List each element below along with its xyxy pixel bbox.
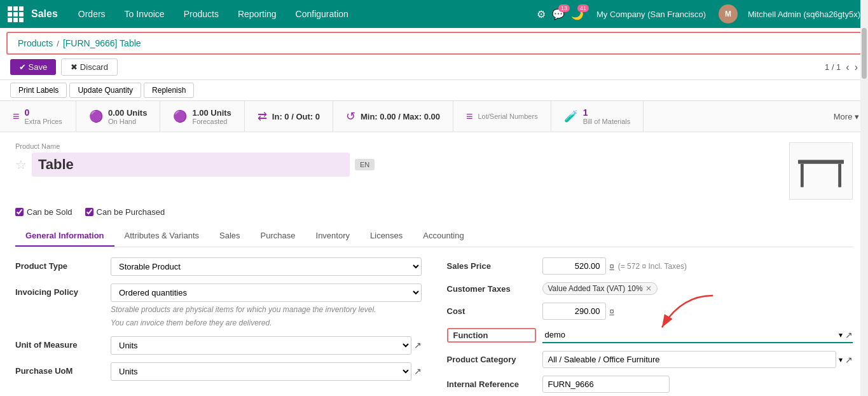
settings-icon[interactable]: ⚙ xyxy=(537,8,546,20)
forecasted-value: 1.00 Units xyxy=(192,108,231,118)
checkbox-row: Can be Sold Can be Purchased xyxy=(15,207,853,217)
breadcrumb-parent[interactable]: Products xyxy=(18,38,53,48)
bom-label: Bill of Materials xyxy=(583,118,631,125)
stat-in-out[interactable]: ⇄ In: 0 / Out: 0 xyxy=(245,101,333,132)
unit-of-measure-row: Unit of Measure Units ↗ xyxy=(15,336,422,355)
purchase-uom-ext-link[interactable]: ↗ xyxy=(414,366,422,376)
unit-of-measure-label: Unit of Measure xyxy=(15,336,104,350)
scroll-thumb[interactable] xyxy=(862,28,867,79)
tab-attributes[interactable]: Attributes & Variants xyxy=(114,226,210,247)
breadcrumb: Products / [FURN_9666] Table xyxy=(6,32,862,55)
product-type-row: Product Type Storable Product Consumable… xyxy=(15,257,422,276)
stat-lot-serial[interactable]: ≡ Lot/Serial Numbers xyxy=(453,101,551,132)
update-quantity-button[interactable]: Update Quantity xyxy=(69,83,141,98)
language-badge[interactable]: EN xyxy=(355,159,375,170)
product-name-label: Product Name xyxy=(15,142,776,150)
favorite-star-icon[interactable]: ☆ xyxy=(15,157,27,172)
tab-sales[interactable]: Sales xyxy=(209,226,251,247)
internal-reference-row: Internal Reference xyxy=(447,376,853,393)
forecasted-label: Forecasted xyxy=(192,118,231,125)
replenish-button[interactable]: Replenish xyxy=(144,83,194,98)
sales-price-currency: ¤ xyxy=(610,261,614,271)
unit-of-measure-select[interactable]: Units xyxy=(111,336,411,355)
bom-value: 1 xyxy=(583,107,631,118)
in-out-value: In: 0 / Out: 0 xyxy=(272,112,320,121)
messages-icon[interactable]: 💬 13 xyxy=(552,8,565,20)
invoicing-policy-select[interactable]: Ordered quantities Delivered quantities xyxy=(111,283,422,302)
on-hand-icon: 🟣 xyxy=(89,109,103,123)
product-category-ext-link[interactable]: ↗ xyxy=(845,355,853,365)
function-input[interactable] xyxy=(542,327,837,342)
product-type-select[interactable]: Storable Product Consumable Service xyxy=(111,257,422,276)
can-be-sold-label: Can be Sold xyxy=(27,207,72,217)
product-type-label: Product Type xyxy=(15,257,104,271)
app-name: Sales xyxy=(31,8,58,20)
action-bar: ✔ Save ✖ Discard 1 / 1 ‹ › xyxy=(0,55,868,79)
breadcrumb-current: [FURN_9666] Table xyxy=(63,38,141,48)
prev-button[interactable]: ‹ xyxy=(846,62,849,73)
tabs-bar: General Information Attributes & Variant… xyxy=(15,226,853,247)
min-max-value: Min: 0.00 / Max: 0.00 xyxy=(361,112,440,121)
product-category-input[interactable] xyxy=(542,351,837,368)
customer-taxes-label: Customer Taxes xyxy=(447,284,536,294)
lot-serial-icon: ≡ xyxy=(466,110,473,123)
internal-reference-input[interactable] xyxy=(542,376,670,393)
function-row: Function ▾ ↗ xyxy=(447,327,853,343)
messages-badge: 13 xyxy=(558,4,570,12)
tax-tag-remove[interactable]: ✕ xyxy=(645,284,652,293)
function-ext-link[interactable]: ↗ xyxy=(845,330,853,340)
cost-input[interactable] xyxy=(542,303,606,320)
breadcrumb-separator: / xyxy=(57,39,59,48)
function-dropdown[interactable]: ▾ xyxy=(839,331,843,339)
sales-price-input[interactable] xyxy=(542,257,606,275)
tax-tag-text: Value Added Tax (VAT) 10% xyxy=(548,284,643,293)
stat-on-hand[interactable]: 🟣 0.00 Units On Hand xyxy=(76,101,160,132)
app-grid-icon[interactable] xyxy=(8,6,24,22)
product-category-dropdown[interactable]: ▾ xyxy=(839,355,843,364)
svg-rect-0 xyxy=(798,160,844,163)
cost-label: Cost xyxy=(447,306,536,316)
tab-licenses[interactable]: Licenses xyxy=(360,226,413,247)
invoicing-policy-label: Invoicing Policy xyxy=(15,283,104,297)
form-right: Sales Price ¤ (= 572 ¤ Incl. Taxes) Cust… xyxy=(447,257,853,396)
top-navigation: Sales Orders To Invoice Products Reporti… xyxy=(0,0,868,28)
purchase-uom-select[interactable]: Units xyxy=(111,362,411,381)
nav-products[interactable]: Products xyxy=(176,0,226,28)
tab-accounting[interactable]: Accounting xyxy=(413,226,474,247)
label-bar: Print Labels Update Quantity Replenish xyxy=(0,79,868,101)
stat-extra-prices[interactable]: ≡ 0 Extra Prices xyxy=(0,101,76,132)
product-name-section: Product Name ☆ EN xyxy=(15,142,853,200)
unit-of-measure-ext-link[interactable]: ↗ xyxy=(414,340,422,350)
nav-configuration[interactable]: Configuration xyxy=(288,0,356,28)
tab-inventory[interactable]: Inventory xyxy=(306,226,360,247)
product-name-input[interactable] xyxy=(32,153,350,177)
stat-bom[interactable]: 🧪 1 Bill of Materials xyxy=(551,101,644,132)
tab-purchase[interactable]: Purchase xyxy=(251,226,306,247)
function-label: Function xyxy=(447,328,536,343)
next-button[interactable]: › xyxy=(855,62,858,73)
tab-general[interactable]: General Information xyxy=(15,226,114,247)
save-button[interactable]: ✔ Save xyxy=(10,59,56,75)
stat-min-max[interactable]: ↺ Min: 0.00 / Max: 0.00 xyxy=(333,101,453,132)
discard-button[interactable]: ✖ Discard xyxy=(61,58,118,76)
purchase-uom-row: Purchase UoM Units ↗ xyxy=(15,362,422,381)
activity-icon[interactable]: 🌙 41 xyxy=(571,8,584,20)
stat-forecasted[interactable]: 🟣 1.00 Units Forecasted xyxy=(160,101,244,132)
can-be-purchased-checkbox[interactable]: Can be Purchased xyxy=(85,207,165,217)
nav-reporting[interactable]: Reporting xyxy=(230,0,284,28)
nav-to-invoice[interactable]: To Invoice xyxy=(117,0,172,28)
can-be-sold-checkbox[interactable]: Can be Sold xyxy=(15,207,72,217)
in-out-icon: ⇄ xyxy=(258,109,267,123)
customer-taxes-row: Customer Taxes Value Added Tax (VAT) 10%… xyxy=(447,282,853,295)
avatar[interactable]: M xyxy=(719,4,738,24)
print-labels-button[interactable]: Print Labels xyxy=(10,83,67,98)
sales-price-row: Sales Price ¤ (= 572 ¤ Incl. Taxes) xyxy=(447,257,853,275)
nav-orders[interactable]: Orders xyxy=(71,0,113,28)
form-grid: Product Type Storable Product Consumable… xyxy=(15,257,853,396)
can-be-purchased-label: Can be Purchased xyxy=(97,207,165,217)
invoicing-hint2: You can invoice them before they are del… xyxy=(111,318,422,329)
cost-currency: ¤ xyxy=(610,306,614,316)
cost-row: Cost ¤ xyxy=(447,303,853,320)
extra-prices-icon: ≡ xyxy=(13,110,20,123)
extra-prices-label: Extra Prices xyxy=(25,118,62,125)
